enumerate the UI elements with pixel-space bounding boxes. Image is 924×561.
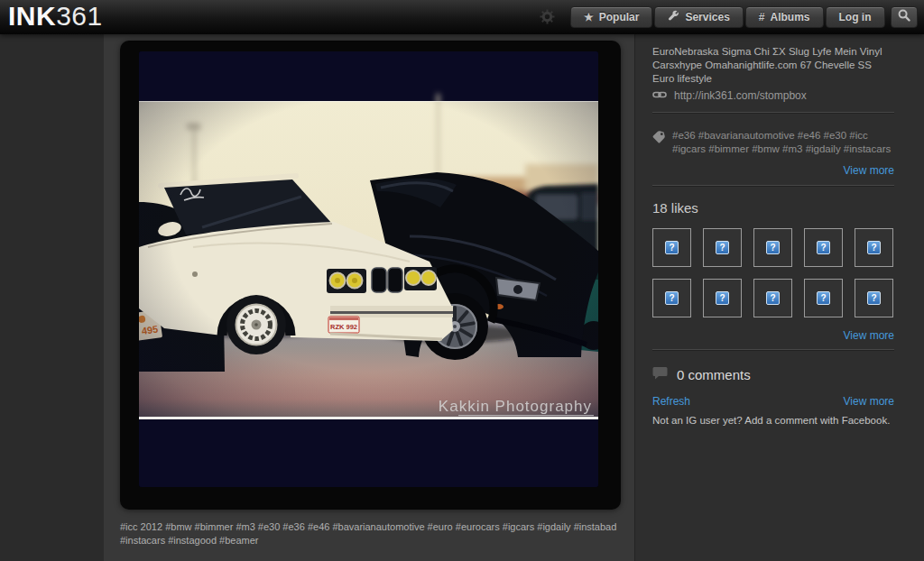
liker-avatar[interactable]: ?	[753, 279, 792, 317]
liker-avatar[interactable]: ?	[703, 228, 742, 267]
tags-view-more-link[interactable]: View more	[652, 164, 894, 177]
divider	[652, 112, 894, 113]
broken-image-icon: ?	[766, 291, 780, 305]
liker-avatar[interactable]: ?	[855, 228, 893, 267]
hash-icon: #	[759, 11, 765, 23]
login-button-label: Log in	[839, 11, 872, 23]
broken-image-icon: ?	[716, 291, 729, 305]
liker-avatar[interactable]: ?	[804, 228, 843, 267]
albums-button-label: Albums	[771, 11, 810, 23]
sidebar: EuroNebraska Sigma Chi ΣX Slug Lyfe Mein…	[634, 34, 924, 561]
liker-avatar[interactable]: ?	[855, 279, 893, 317]
likes-view-more-link[interactable]: View more	[652, 329, 894, 342]
likes-avatar-row: ? ? ? ? ?	[652, 279, 894, 317]
comment-bubble-icon	[652, 366, 668, 382]
facebook-comment-note: Not an IG user yet? Add a comment with F…	[652, 415, 894, 426]
likes-count-label: 18 likes	[652, 200, 894, 216]
comments-count-label: 0 comments	[677, 367, 751, 382]
liker-avatar[interactable]: ?	[652, 279, 691, 317]
gear-icon	[540, 9, 555, 28]
nav-button-group: ★ Popular Services # Albums Log in	[570, 6, 885, 28]
login-button[interactable]: Log in	[826, 6, 885, 28]
comments-links-row: Refresh View more	[652, 395, 894, 408]
broken-image-icon: ?	[665, 241, 679, 254]
tags-row: #e36 #bavarianautomotive #e46 #e30 #icc …	[652, 129, 894, 156]
wrench-icon	[668, 10, 679, 24]
divider	[652, 349, 894, 350]
comments-header-row: 0 comments	[652, 366, 894, 382]
logo-light-part: 361	[56, 1, 103, 31]
page: INK361 ★ Popular	[0, 0, 924, 561]
star-icon: ★	[584, 11, 594, 23]
broken-image-icon: ?	[817, 291, 830, 305]
profile-website-row[interactable]: http://ink361.com/stompbox	[652, 89, 894, 102]
broken-image-icon: ?	[665, 291, 679, 305]
likes-avatar-row: ? ? ? ? ?	[652, 228, 894, 267]
broken-image-icon: ?	[766, 241, 780, 254]
photo-caption-tags: #icc 2012 #bmw #bimmer #m3 #e30 #e36 #e4…	[120, 520, 631, 547]
popular-button[interactable]: ★ Popular	[570, 6, 652, 28]
search-button[interactable]	[891, 6, 918, 28]
photo-frame: 495	[120, 41, 621, 510]
refresh-link[interactable]: Refresh	[652, 395, 690, 408]
profile-title: EuroNebraska Sigma Chi ΣX Slug Lyfe Mein…	[652, 45, 894, 86]
services-button[interactable]: Services	[654, 6, 743, 28]
logo-bold-part: INK	[8, 1, 56, 31]
albums-button[interactable]: # Albums	[745, 6, 824, 28]
services-button-label: Services	[685, 11, 729, 23]
top-nav-bar: INK361 ★ Popular	[0, 0, 924, 34]
liker-avatar[interactable]: ?	[753, 228, 792, 267]
instagram-photo: 495	[139, 51, 598, 487]
liker-avatar[interactable]: ?	[804, 279, 843, 317]
broken-image-icon: ?	[867, 291, 881, 305]
broken-image-icon: ?	[817, 241, 830, 254]
liker-avatar[interactable]: ?	[703, 279, 742, 317]
tags-list: #e36 #bavarianautomotive #e46 #e30 #icc …	[672, 129, 894, 156]
search-icon	[898, 9, 910, 25]
broken-image-icon: ?	[716, 241, 729, 254]
profile-website-link[interactable]: http://ink361.com/stompbox	[674, 89, 807, 102]
broken-image-icon: ?	[867, 241, 881, 254]
comments-view-more-link[interactable]: View more	[844, 395, 894, 408]
tag-icon	[652, 131, 665, 156]
ink361-logo[interactable]: INK361	[8, 1, 103, 32]
link-icon	[652, 89, 667, 102]
photographer-watermark: Kakkin Photography	[439, 398, 592, 415]
liker-avatar[interactable]: ?	[652, 228, 691, 267]
popular-button-label: Popular	[599, 11, 640, 23]
divider	[652, 185, 894, 186]
